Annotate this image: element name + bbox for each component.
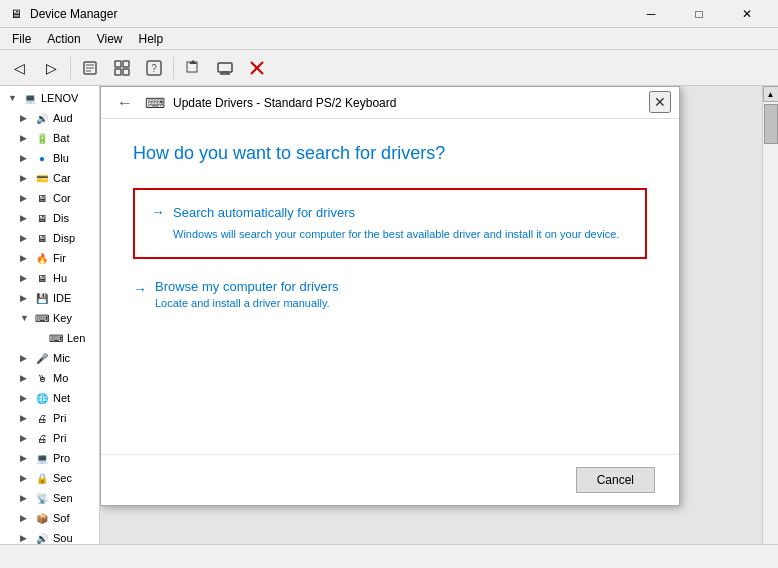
car-label: Car <box>53 172 71 184</box>
scan-toolbar-btn[interactable] <box>107 54 137 82</box>
tree-item-aud[interactable]: ▶ 🔊 Aud <box>0 108 99 128</box>
tree-item-blu[interactable]: ▶ ● Blu <box>0 148 99 168</box>
tree-item-dis[interactable]: ▶ 🖥 Dis <box>0 208 99 228</box>
pro-expander: ▶ <box>20 453 34 463</box>
close-button[interactable]: ✕ <box>724 0 770 28</box>
sou-expander: ▶ <box>20 533 34 543</box>
tree-item-pro[interactable]: ▶ 💻 Pro <box>0 448 99 468</box>
dialog-overlay: ← ⌨ Update Drivers - Standard PS/2 Keybo… <box>100 86 762 544</box>
option1-arrow: → <box>151 204 165 220</box>
svg-rect-12 <box>218 63 232 72</box>
menu-file[interactable]: File <box>4 30 39 48</box>
browse-manually-option[interactable]: → Browse my computer for drivers Locate … <box>133 279 647 309</box>
forward-toolbar-btn[interactable]: ▷ <box>36 54 66 82</box>
fir-expander: ▶ <box>20 253 34 263</box>
sou-label: Sou <box>53 532 73 544</box>
tree-item-bat[interactable]: ▶ 🔋 Bat <box>0 128 99 148</box>
sen-icon: 📡 <box>34 490 50 506</box>
svg-text:?: ? <box>151 63 157 74</box>
right-content: ← ⌨ Update Drivers - Standard PS/2 Keybo… <box>100 86 762 544</box>
tree-item-key[interactable]: ▼ ⌨ Key <box>0 308 99 328</box>
tree-item-mic[interactable]: ▶ 🎤 Mic <box>0 348 99 368</box>
option1-title: Search automatically for drivers <box>173 205 355 220</box>
dialog-footer: Cancel <box>101 454 679 505</box>
sec-icon: 🔒 <box>34 470 50 486</box>
tree-item-car[interactable]: ▶ 💳 Car <box>0 168 99 188</box>
menu-bar: File Action View Help <box>0 28 778 50</box>
option2-desc: Locate and install a driver manually. <box>155 297 339 309</box>
scrollbar-up-arrow[interactable]: ▲ <box>763 86 779 102</box>
pri2-icon: 🖨 <box>34 430 50 446</box>
keyboard-icon: ⌨ <box>34 310 50 326</box>
disp-expander: ▶ <box>20 233 34 243</box>
pro-label: Pro <box>53 452 70 464</box>
tree-item-sen[interactable]: ▶ 📡 Sen <box>0 488 99 508</box>
scrollbar-thumb[interactable] <box>764 104 778 144</box>
tree-item-hu[interactable]: ▶ 🖥 Hu <box>0 268 99 288</box>
sof-label: Sof <box>53 512 70 524</box>
svg-rect-4 <box>115 61 121 67</box>
device-icon <box>217 60 233 76</box>
minimize-button[interactable]: ─ <box>628 0 674 28</box>
svg-rect-7 <box>123 69 129 75</box>
help-icon: ? <box>146 60 162 76</box>
tree-item-mo[interactable]: ▶ 🖱 Mo <box>0 368 99 388</box>
cancel-button[interactable]: Cancel <box>576 467 655 493</box>
menu-action[interactable]: Action <box>39 30 88 48</box>
tree-item-pri2[interactable]: ▶ 🖨 Pri <box>0 428 99 448</box>
tree-item-net[interactable]: ▶ 🌐 Net <box>0 388 99 408</box>
main-area: ▼ 💻 LENOV ▶ 🔊 Aud ▶ 🔋 Bat ▶ ● Blu ▶ 💳 Ca… <box>0 86 778 544</box>
tree-item-sou[interactable]: ▶ 🔊 Sou <box>0 528 99 544</box>
sou-icon: 🔊 <box>34 530 50 544</box>
update-toolbar-btn[interactable] <box>178 54 208 82</box>
dialog-close-button[interactable]: ✕ <box>649 91 671 113</box>
menu-help[interactable]: Help <box>131 30 172 48</box>
tree-root[interactable]: ▼ 💻 LENOV <box>0 88 99 108</box>
key-label: Key <box>53 312 72 324</box>
maximize-button[interactable]: □ <box>676 0 722 28</box>
tree-item-sof[interactable]: ▶ 📦 Sof <box>0 508 99 528</box>
hu-label: Hu <box>53 272 67 284</box>
tree-item-pri1[interactable]: ▶ 🖨 Pri <box>0 408 99 428</box>
svg-rect-6 <box>115 69 121 75</box>
bat-label: Bat <box>53 132 70 144</box>
tree-item-fir[interactable]: ▶ 🔥 Fir <box>0 248 99 268</box>
option2-arrow: → <box>133 281 147 297</box>
tree-item-ide[interactable]: ▶ 💾 IDE <box>0 288 99 308</box>
tree-item-sec[interactable]: ▶ 🔒 Sec <box>0 468 99 488</box>
key-expander: ▼ <box>20 313 34 323</box>
mic-expander: ▶ <box>20 353 34 363</box>
update-drivers-dialog: ← ⌨ Update Drivers - Standard PS/2 Keybo… <box>100 86 680 506</box>
mic-icon: 🎤 <box>34 350 50 366</box>
delete-toolbar-btn[interactable] <box>242 54 272 82</box>
scrollbar-track: ▲ <box>762 86 778 544</box>
dialog-back-button[interactable]: ← <box>113 92 137 114</box>
net-expander: ▶ <box>20 393 34 403</box>
option2-text: Browse my computer for drivers Locate an… <box>155 279 339 309</box>
bluetooth-icon: ● <box>34 150 50 166</box>
device-toolbar-btn[interactable] <box>210 54 240 82</box>
tree-item-disp[interactable]: ▶ 🖥 Disp <box>0 228 99 248</box>
pro-icon: 💻 <box>34 450 50 466</box>
mo-icon: 🖱 <box>34 370 50 386</box>
tree-item-cor[interactable]: ▶ 🖥 Cor <box>0 188 99 208</box>
sen-expander: ▶ <box>20 493 34 503</box>
menu-view[interactable]: View <box>89 30 131 48</box>
device-tree: ▼ 💻 LENOV ▶ 🔊 Aud ▶ 🔋 Bat ▶ ● Blu ▶ 💳 Ca… <box>0 86 100 544</box>
help-toolbar-btn[interactable]: ? <box>139 54 169 82</box>
pri2-expander: ▶ <box>20 433 34 443</box>
tree-item-len[interactable]: ⌨ Len <box>0 328 99 348</box>
net-label: Net <box>53 392 70 404</box>
back-toolbar-btn[interactable]: ◁ <box>4 54 34 82</box>
option1-title-row: → Search automatically for drivers <box>151 204 629 220</box>
battery-icon: 🔋 <box>34 130 50 146</box>
disp-icon: 🖥 <box>34 230 50 246</box>
option1-desc: Windows will search your computer for th… <box>151 226 629 243</box>
mo-label: Mo <box>53 372 68 384</box>
mic-label: Mic <box>53 352 70 364</box>
blu-label: Blu <box>53 152 69 164</box>
cor-icon: 🖥 <box>34 190 50 206</box>
search-automatically-option[interactable]: → Search automatically for drivers Windo… <box>133 188 647 259</box>
cor-label: Cor <box>53 192 71 204</box>
properties-toolbar-btn[interactable] <box>75 54 105 82</box>
